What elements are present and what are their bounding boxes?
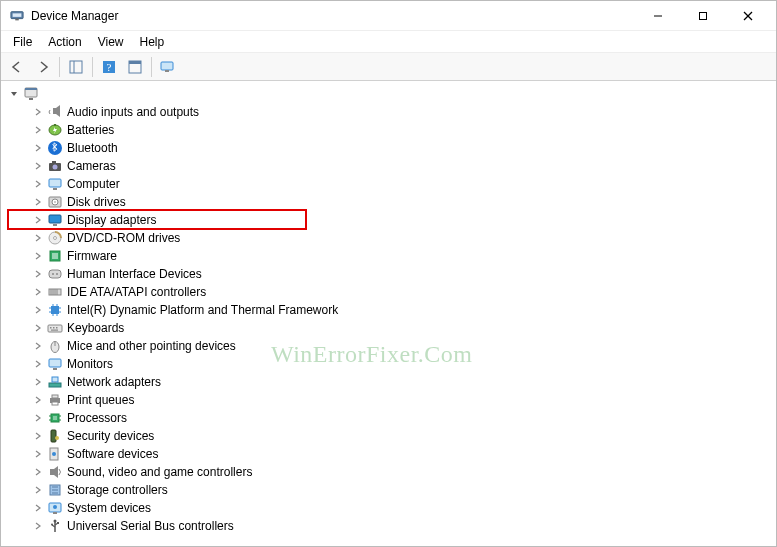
- expand-arrow-icon[interactable]: [31, 321, 45, 335]
- svg-rect-81: [53, 512, 57, 514]
- expand-arrow-icon[interactable]: [31, 411, 45, 425]
- device-category-row[interactable]: Batteries: [35, 121, 774, 139]
- expand-arrow-icon[interactable]: [31, 339, 45, 353]
- properties-button[interactable]: [123, 56, 147, 78]
- expand-arrow-icon[interactable]: [31, 231, 45, 245]
- device-category-row[interactable]: Security devices: [35, 427, 774, 445]
- menu-view[interactable]: View: [90, 33, 132, 51]
- device-category-row[interactable]: Computer: [35, 175, 774, 193]
- category-label: Sound, video and game controllers: [67, 465, 252, 479]
- expand-arrow-icon[interactable]: [31, 303, 45, 317]
- svg-rect-78: [50, 469, 54, 475]
- category-label: Intel(R) Dynamic Platform and Thermal Fr…: [67, 303, 338, 317]
- device-tree-pane[interactable]: Audio inputs and outputs Batteries Bluet…: [1, 81, 776, 546]
- category-label: Processors: [67, 411, 127, 425]
- expand-arrow-icon[interactable]: [31, 141, 45, 155]
- category-label: Disk drives: [67, 195, 126, 209]
- help-button[interactable]: ?: [97, 56, 121, 78]
- svg-rect-26: [53, 188, 57, 190]
- camera-icon: [47, 158, 63, 174]
- expand-arrow-icon[interactable]: [31, 483, 45, 497]
- svg-rect-24: [52, 161, 56, 163]
- device-category-row[interactable]: Cameras: [35, 157, 774, 175]
- device-category-row[interactable]: IDE ATA/ATAPI controllers: [35, 283, 774, 301]
- category-label: IDE ATA/ATAPI controllers: [67, 285, 206, 299]
- app-icon: [9, 8, 25, 24]
- device-category-row[interactable]: Software devices: [35, 445, 774, 463]
- device-category-row[interactable]: Audio inputs and outputs: [35, 103, 774, 121]
- expand-arrow-icon[interactable]: [31, 249, 45, 263]
- svg-rect-54: [50, 327, 52, 329]
- device-manager-window: Device Manager File Action View Help ?: [0, 0, 777, 547]
- expand-arrow-icon[interactable]: [31, 375, 45, 389]
- close-button[interactable]: [725, 2, 770, 30]
- category-label: Batteries: [67, 123, 114, 137]
- device-category-row[interactable]: Human Interface Devices: [35, 265, 774, 283]
- expand-arrow-icon[interactable]: [31, 447, 45, 461]
- device-category-row[interactable]: Firmware: [35, 247, 774, 265]
- device-category-row[interactable]: Display adapters: [35, 211, 774, 229]
- category-label: Mice and other pointing devices: [67, 339, 236, 353]
- svg-point-84: [51, 524, 53, 526]
- titlebar: Device Manager: [1, 1, 776, 31]
- expand-arrow-icon[interactable]: [31, 285, 45, 299]
- svg-rect-57: [51, 330, 58, 331]
- expand-arrow-icon[interactable]: [31, 519, 45, 533]
- expand-arrow-icon[interactable]: [31, 105, 45, 119]
- device-category-row[interactable]: Monitors: [35, 355, 774, 373]
- device-category-row[interactable]: Sound, video and game controllers: [35, 463, 774, 481]
- root-node[interactable]: [7, 85, 774, 103]
- svg-rect-56: [56, 327, 58, 329]
- window-controls: [635, 2, 770, 30]
- expand-arrow-icon[interactable]: [31, 501, 45, 515]
- menu-file[interactable]: File: [5, 33, 40, 51]
- ide-icon: [47, 284, 63, 300]
- expand-arrow-icon[interactable]: [31, 429, 45, 443]
- category-label: Cameras: [67, 159, 116, 173]
- device-category-row[interactable]: Universal Serial Bus controllers: [35, 517, 774, 535]
- expand-arrow-icon[interactable]: [31, 357, 45, 371]
- disk-icon: [47, 194, 63, 210]
- battery-icon: [47, 122, 63, 138]
- device-category-row[interactable]: System devices: [35, 499, 774, 517]
- svg-rect-74: [51, 430, 56, 442]
- expand-arrow-icon[interactable]: [31, 213, 45, 227]
- device-category-row[interactable]: Keyboards: [35, 319, 774, 337]
- display-icon: [47, 212, 63, 228]
- device-category-row[interactable]: Mice and other pointing devices: [35, 337, 774, 355]
- device-category-row[interactable]: Disk drives: [35, 193, 774, 211]
- show-hide-console-tree-button[interactable]: [64, 56, 88, 78]
- forward-button[interactable]: [31, 56, 55, 78]
- category-label: Software devices: [67, 447, 158, 461]
- device-category-row[interactable]: Bluetooth: [35, 139, 774, 157]
- svg-rect-16: [25, 88, 37, 90]
- menu-action[interactable]: Action: [40, 33, 89, 51]
- svg-rect-17: [29, 98, 33, 100]
- category-label: System devices: [67, 501, 151, 515]
- category-label: DVD/CD-ROM drives: [67, 231, 180, 245]
- security-icon: [47, 428, 63, 444]
- svg-rect-55: [53, 327, 55, 329]
- device-category-row[interactable]: Processors: [35, 409, 774, 427]
- expand-collapse-arrow[interactable]: [7, 87, 21, 101]
- expand-arrow-icon[interactable]: [31, 195, 45, 209]
- expand-arrow-icon[interactable]: [31, 465, 45, 479]
- device-category-row[interactable]: Print queues: [35, 391, 774, 409]
- printer-icon: [47, 392, 63, 408]
- minimize-button[interactable]: [635, 2, 680, 30]
- menu-help[interactable]: Help: [132, 33, 173, 51]
- category-label: Security devices: [67, 429, 154, 443]
- maximize-button[interactable]: [680, 2, 725, 30]
- device-category-row[interactable]: Intel(R) Dynamic Platform and Thermal Fr…: [35, 301, 774, 319]
- device-category-row[interactable]: Network adapters: [35, 373, 774, 391]
- expand-arrow-icon[interactable]: [31, 267, 45, 281]
- scan-hardware-button[interactable]: [156, 56, 180, 78]
- expand-arrow-icon[interactable]: [31, 393, 45, 407]
- device-category-row[interactable]: DVD/CD-ROM drives: [35, 229, 774, 247]
- expand-arrow-icon[interactable]: [31, 123, 45, 137]
- device-category-row[interactable]: Storage controllers: [35, 481, 774, 499]
- expand-arrow-icon[interactable]: [31, 177, 45, 191]
- svg-point-82: [53, 505, 57, 509]
- back-button[interactable]: [5, 56, 29, 78]
- expand-arrow-icon[interactable]: [31, 159, 45, 173]
